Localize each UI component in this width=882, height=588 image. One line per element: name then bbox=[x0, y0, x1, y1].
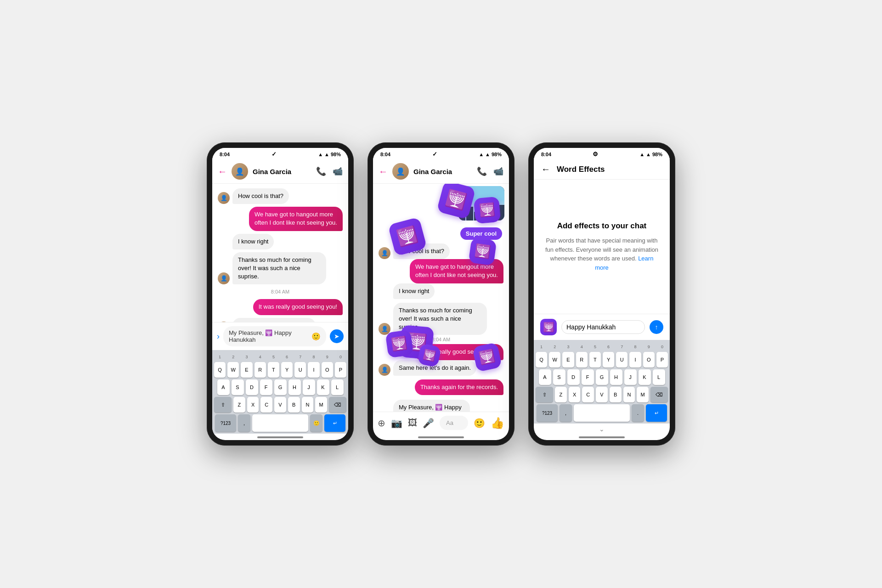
video-icon-2[interactable]: 📹 bbox=[493, 166, 503, 176]
kb-emoji-1[interactable]: 🙂 bbox=[310, 414, 322, 432]
back-arrow-3[interactable]: ← bbox=[541, 164, 550, 175]
emoji-icon-2[interactable]: 🙂 bbox=[474, 418, 485, 429]
kb3-s[interactable]: S bbox=[553, 369, 565, 385]
effect-text-input[interactable]: Happy Hanukkah bbox=[561, 320, 645, 334]
kb3-l[interactable]: L bbox=[653, 369, 665, 385]
kb-space[interactable] bbox=[252, 414, 308, 432]
kb-j[interactable]: J bbox=[303, 379, 315, 395]
phone-icon-2[interactable]: 📞 bbox=[477, 166, 487, 176]
kb-k[interactable]: K bbox=[317, 379, 329, 395]
kb3-a[interactable]: A bbox=[539, 369, 551, 385]
kb-y[interactable]: Y bbox=[281, 362, 293, 378]
kb3-shift[interactable]: ⇧ bbox=[536, 387, 553, 402]
kb3-z[interactable]: Z bbox=[555, 387, 567, 402]
thumb-icon-2[interactable]: 👍 bbox=[491, 417, 504, 430]
kb3-y[interactable]: Y bbox=[603, 352, 614, 368]
kb3-j[interactable]: J bbox=[624, 369, 637, 385]
msg-bubble-1: How cool is that? bbox=[232, 188, 289, 204]
kb3-backspace[interactable]: ⌫ bbox=[650, 387, 668, 402]
kb-r[interactable]: R bbox=[254, 362, 266, 378]
bottom-icons-bar-2: ⊕ 📷 🖼 🎤 Aa 🙂 👍 bbox=[373, 412, 509, 434]
msg-avatar-4: 👤 bbox=[218, 272, 230, 284]
msg-bubble-p2-7: Thanks again for the records. bbox=[415, 379, 503, 395]
kb-enter[interactable]: ↵ bbox=[324, 414, 345, 432]
kb-a[interactable]: A bbox=[217, 379, 230, 395]
time-1: 8:04 bbox=[220, 152, 230, 157]
kb3-num-1: 1 bbox=[536, 343, 547, 351]
kb-d[interactable]: D bbox=[246, 379, 258, 395]
kb3-w[interactable]: W bbox=[549, 352, 560, 368]
kb3-period[interactable]: . bbox=[632, 404, 644, 422]
kb-u[interactable]: U bbox=[294, 362, 306, 378]
kb3-p[interactable]: P bbox=[656, 352, 668, 368]
contact-avatar-2: 👤 bbox=[392, 163, 409, 180]
phone-icon-1[interactable]: 📞 bbox=[316, 166, 326, 176]
kb3-enter[interactable]: ↵ bbox=[646, 404, 667, 422]
kb-i[interactable]: I bbox=[308, 362, 319, 378]
msg-avatar-1: 👤 bbox=[218, 192, 230, 204]
send-btn-1[interactable]: ➤ bbox=[330, 329, 344, 343]
video-icon-1[interactable]: 📹 bbox=[333, 166, 343, 176]
kb-v[interactable]: V bbox=[274, 397, 286, 413]
mic-icon-2[interactable]: 🎤 bbox=[423, 418, 434, 429]
plus-icon-2[interactable]: ⊕ bbox=[378, 418, 385, 429]
kb-num-switch[interactable]: ?123 bbox=[215, 414, 236, 432]
kb3-i[interactable]: I bbox=[629, 352, 641, 368]
gallery-icon-2[interactable]: 🖼 bbox=[408, 418, 417, 428]
word-effects-title: Word Effects bbox=[557, 165, 605, 174]
kb-q[interactable]: Q bbox=[214, 362, 226, 378]
kb-shift[interactable]: ⇧ bbox=[214, 397, 232, 413]
home-indicator-1 bbox=[257, 436, 303, 438]
kb3-c[interactable]: C bbox=[582, 387, 594, 402]
kb-c[interactable]: C bbox=[260, 397, 272, 413]
kb-t[interactable]: T bbox=[268, 362, 279, 378]
kb-f[interactable]: F bbox=[260, 379, 272, 395]
emoji-input-icon-1[interactable]: 🙂 bbox=[311, 332, 321, 341]
kb-h[interactable]: H bbox=[288, 379, 301, 395]
back-arrow-2[interactable]: ← bbox=[379, 166, 388, 177]
kb3-comma[interactable]: , bbox=[560, 404, 572, 422]
kb3-r[interactable]: R bbox=[576, 352, 588, 368]
kb3-space[interactable] bbox=[574, 404, 630, 422]
expand-btn-1[interactable]: › bbox=[217, 332, 220, 341]
kb3-m[interactable]: M bbox=[637, 387, 649, 402]
kb-x[interactable]: X bbox=[247, 397, 259, 413]
kb3-u[interactable]: U bbox=[616, 352, 628, 368]
kb-g[interactable]: G bbox=[274, 379, 287, 395]
kb-w[interactable]: W bbox=[227, 362, 239, 378]
effect-send-btn[interactable]: ↑ bbox=[650, 320, 663, 334]
aa-input-2[interactable]: Aa bbox=[440, 416, 468, 430]
kb3-n[interactable]: N bbox=[623, 387, 635, 402]
kb-o[interactable]: O bbox=[322, 362, 333, 378]
kb-l[interactable]: L bbox=[331, 379, 344, 395]
kb-e[interactable]: E bbox=[241, 362, 252, 378]
input-area-1: › My Pleasure, 🕎 Happy Hanukkah 🙂 ➤ bbox=[212, 322, 348, 350]
kb3-o[interactable]: O bbox=[643, 352, 655, 368]
back-arrow-1[interactable]: ← bbox=[218, 166, 227, 177]
kb3-h[interactable]: H bbox=[610, 369, 622, 385]
kb-b[interactable]: B bbox=[288, 397, 300, 413]
kb-n[interactable]: N bbox=[302, 397, 314, 413]
kb3-t[interactable]: T bbox=[589, 352, 601, 368]
kb-m[interactable]: M bbox=[315, 397, 327, 413]
kb3-e[interactable]: E bbox=[562, 352, 574, 368]
text-input-1[interactable]: My Pleasure, 🕎 Happy Hanukkah 🙂 bbox=[223, 326, 326, 346]
kb3-q[interactable]: Q bbox=[536, 352, 547, 368]
kb3-v[interactable]: V bbox=[596, 387, 608, 402]
kb-s[interactable]: S bbox=[232, 379, 244, 395]
kb3-d[interactable]: D bbox=[567, 369, 580, 385]
kb3-k[interactable]: K bbox=[639, 369, 651, 385]
kb-comma[interactable]: , bbox=[238, 414, 250, 432]
kb-backspace[interactable]: ⌫ bbox=[329, 397, 346, 413]
msg-row-6: 👤 Same here let's do it again. bbox=[218, 318, 343, 322]
kb3-f[interactable]: F bbox=[582, 369, 594, 385]
phone-2-screen: 8:04 ✓ ▲ ▲ 98% ← 👤 Gina Garcia 📞 📹 bbox=[373, 148, 509, 440]
kb3-b[interactable]: B bbox=[610, 387, 622, 402]
kb-num-2: 2 bbox=[227, 353, 239, 361]
kb-z[interactable]: Z bbox=[233, 397, 245, 413]
camera-icon-2[interactable]: 📷 bbox=[391, 418, 402, 429]
kb3-x[interactable]: X bbox=[569, 387, 581, 402]
kb3-num-switch[interactable]: ?123 bbox=[537, 404, 558, 422]
kb3-g[interactable]: G bbox=[596, 369, 608, 385]
kb-p[interactable]: P bbox=[335, 362, 346, 378]
